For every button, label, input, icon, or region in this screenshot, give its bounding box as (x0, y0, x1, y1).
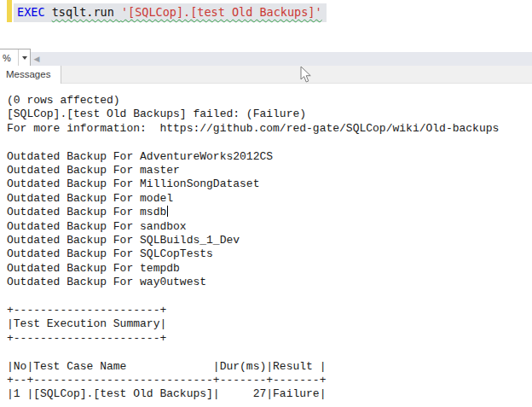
message-line: |Test Execution Summary| (7, 317, 532, 331)
sql-statement[interactable]: EXEC tsqlt.run '[SQLCop].[test Old Backu… (14, 3, 327, 22)
code-token: tsqlt.run (52, 5, 121, 19)
chevron-down-icon[interactable] (18, 49, 30, 66)
message-line (7, 346, 532, 359)
text-caret (167, 206, 168, 217)
message-line: Outdated Backup For way0utwest (7, 276, 532, 289)
scroll-left-button[interactable]: ◀ (32, 53, 42, 65)
ssms-window: EXEC tsqlt.run '[SQLCop].[test Old Backu… (0, 0, 532, 407)
message-line: +----------------------+ (7, 332, 532, 346)
message-line: Outdated Backup For model (7, 192, 532, 206)
message-line: Outdated Backup For tempdb (7, 262, 532, 276)
message-line: Outdated Backup For AdventureWorks2012CS (7, 150, 532, 164)
message-line: +--+---------------------------+-------+… (7, 374, 532, 387)
message-line: |1 |[SQLCop].[test Old Backups]| 27|Fail… (7, 387, 532, 401)
modified-line-indicator (7, 0, 12, 22)
results-tab-strip: Messages (0, 66, 532, 84)
message-line: Outdated Backup For SQLBuilds_1_Dev (7, 234, 532, 247)
message-line: |No|Test Case Name |Dur(ms)|Result | (7, 360, 532, 374)
message-line: Outdated Backup For msdb (7, 206, 532, 219)
message-line: Outdated Backup For master (7, 164, 532, 177)
message-line: +----------------------+ (7, 304, 532, 317)
message-line: Outdated Backup For sandbox (7, 220, 532, 234)
zoom-dropdown[interactable]: % (0, 49, 31, 67)
code-token: '[SQLCop].[test Old Backups]' (121, 5, 322, 19)
zoom-value: % (0, 53, 18, 63)
message-line: (0 rows affected) (7, 94, 532, 108)
messages-output[interactable]: (0 rows affected)[SQLCop].[test Old Back… (0, 84, 532, 407)
message-line: Outdated Backup For MillionSongDataset (7, 177, 532, 191)
code-token: EXEC (17, 5, 52, 19)
message-line (7, 136, 532, 149)
message-line: [SQLCop].[test Old Backups] failed: (Fai… (7, 108, 532, 121)
message-line: Outdated Backup For SQLCopTests (7, 247, 532, 261)
message-line (7, 290, 532, 304)
horizontal-scrollbar[interactable] (0, 52, 532, 66)
tab-messages[interactable]: Messages (0, 66, 61, 84)
message-line: For more information: https://github.com… (7, 122, 532, 136)
query-editor[interactable]: EXEC tsqlt.run '[SQLCop].[test Old Backu… (0, 0, 532, 52)
